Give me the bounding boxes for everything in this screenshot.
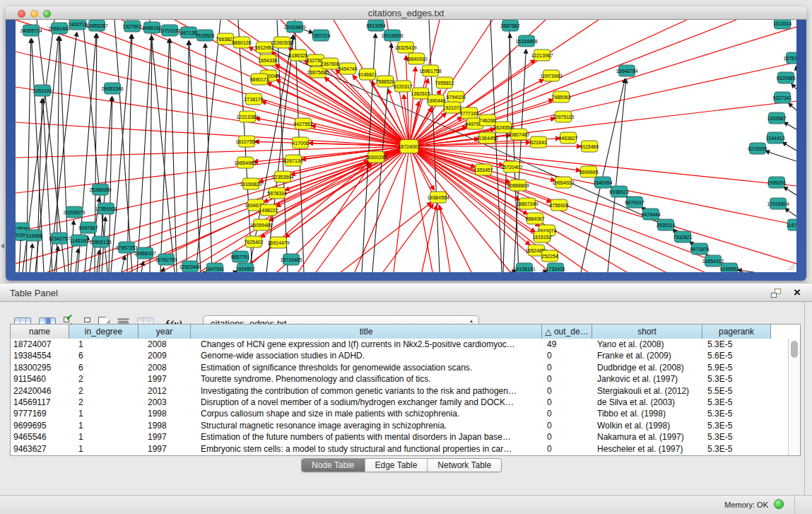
graph-node-5878334[interactable]: 5878334: [267, 187, 286, 199]
graph-node-252254[interactable]: 252254: [541, 250, 558, 262]
graph-node-10688809[interactable]: 10688809: [507, 180, 529, 191]
memory-ok-icon[interactable]: [774, 499, 784, 509]
table-cell[interactable]: 0: [542, 385, 592, 397]
graph-node-9115460[interactable]: 9115460: [580, 141, 599, 152]
graph-node-621641[interactable]: 621641: [530, 136, 546, 148]
table-row[interactable]: 2242004622012Investigating the contribut…: [11, 385, 788, 397]
graph-node-8938923[interactable]: 8938923: [609, 186, 628, 197]
graph-node-417006[interactable]: 417006: [292, 137, 308, 148]
graph-node-1527602[interactable]: 1527602: [122, 21, 141, 32]
table-cell[interactable]: 0: [542, 431, 592, 443]
graph-node-7932621[interactable]: 7932621: [673, 231, 692, 243]
graph-node-9463627[interactable]: 9463627: [558, 132, 577, 144]
graph-node-18807249[interactable]: 18807249: [516, 198, 538, 209]
graph-node-18325419[interactable]: 18325419: [394, 42, 416, 53]
graph-node-16914479[interactable]: 16914479: [267, 237, 289, 248]
table-cell[interactable]: Genome-wide association studies in ADHD.: [191, 350, 542, 361]
graph-node-2687682[interactable]: 2687682: [500, 20, 519, 31]
graph-node-2367608[interactable]: 2367608: [320, 58, 339, 69]
graph-node-8267130[interactable]: 8267130: [283, 155, 302, 166]
graph-node-21364456[interactable]: 21364456: [476, 132, 498, 144]
graph-node-2718176[interactable]: 2718176: [244, 93, 263, 105]
table-cell[interactable]: 18300295: [11, 362, 69, 373]
table-cell[interactable]: 2: [69, 397, 139, 408]
table-cell[interactable]: 6: [69, 350, 139, 361]
table-cell[interactable]: 0: [542, 362, 592, 373]
table-cell[interactable]: 0: [542, 350, 592, 361]
graph-node-18640910[interactable]: 18640910: [405, 53, 427, 64]
graph-node-9699695[interactable]: 9699695: [579, 166, 598, 177]
table-cell[interactable]: Dudbridge et al. (2008): [592, 362, 702, 373]
graph-node-22260538[interactable]: 22260538: [271, 37, 293, 48]
table-cell[interactable]: Estimation of significance thresholds fo…: [191, 362, 542, 373]
graph-node-17016504[interactable]: 17016504: [767, 198, 789, 209]
close-panel-icon[interactable]: ×: [794, 285, 801, 300]
table-row[interactable]: 969969511998Structural magnetic resonanc…: [11, 420, 788, 431]
graph-node-1145193[interactable]: 1145193: [70, 235, 89, 246]
table-row[interactable]: 1872400712008Changes of HCN gene express…: [11, 339, 788, 350]
graph-node-12975115[interactable]: 12975115: [553, 111, 575, 122]
table-cell[interactable]: 6: [69, 362, 139, 373]
table-row[interactable]: 946362711997Embryonic stem cells: a mode…: [11, 443, 788, 455]
graph-node-12923448[interactable]: 12923448: [179, 261, 201, 272]
table-cell[interactable]: 22420046: [11, 385, 69, 397]
table-cell[interactable]: 2: [69, 373, 139, 385]
column-header-short[interactable]: short: [592, 325, 702, 339]
table-cell[interactable]: Structural magnetic resonance image aver…: [191, 420, 542, 431]
graph-node-7625402[interactable]: 7625402: [244, 236, 263, 247]
table-cell[interactable]: Franke et al. (2009): [592, 350, 702, 361]
graph-node-1498222[interactable]: 1498222: [259, 204, 278, 216]
table-cell[interactable]: 19384554: [11, 350, 69, 361]
column-header-out_de[interactable]: △ out_de…: [542, 325, 592, 339]
table-cell[interactable]: 2008: [139, 339, 191, 350]
graph-node-18724007[interactable]: 18724007: [398, 140, 420, 153]
graph-node-13505135[interactable]: 13505135: [89, 236, 111, 247]
graph-node-16033809[interactable]: 16033809: [283, 21, 305, 33]
graph-node-10654112[interactable]: 10654112: [702, 255, 724, 267]
graph-node-8471876[interactable]: 8471876: [690, 243, 709, 255]
graph-node-16099489[interactable]: 16099489: [250, 219, 272, 230]
graph-node-18300295[interactable]: 18300295: [365, 151, 387, 163]
float-panel-icon[interactable]: [771, 288, 781, 298]
window-titlebar[interactable]: citations_edges.txt: [6, 6, 806, 20]
table-row[interactable]: 1830029562008Estimation of significance …: [11, 362, 788, 373]
table-cell[interactable]: Investigating the contribution of common…: [191, 385, 542, 397]
table-cell[interactable]: Estimation of the future numbers of pati…: [191, 431, 542, 443]
graph-node-1615152[interactable]: 1615152: [532, 231, 551, 243]
graph-node-25266950[interactable]: 25266950: [89, 184, 111, 195]
graph-node-9146821[interactable]: 9146821: [358, 69, 377, 80]
table-cell[interactable]: Tibbo et al. (1998): [592, 408, 702, 419]
graph-node-7485063[interactable]: 7485063: [551, 91, 570, 103]
table-cell[interactable]: 0: [542, 443, 592, 455]
graph-node-39159[interactable]: 39159: [16, 229, 27, 240]
column-header-year[interactable]: year: [139, 325, 191, 339]
graph-node-15751074[interactable]: 15751074: [783, 52, 796, 64]
table-row[interactable]: 911546021997Tourette syndrome. Phenomeno…: [11, 373, 788, 385]
graph-node-1847541[interactable]: 1847541: [205, 263, 224, 272]
graph-node-2403718[interactable]: 2403718: [68, 20, 87, 30]
column-header-title[interactable]: title: [191, 325, 542, 339]
graph-node-16782759[interactable]: 16782759: [155, 254, 177, 265]
graph-node-20206576[interactable]: 20206576: [63, 206, 85, 218]
table-cell[interactable]: de Silva et al. (2003): [592, 397, 702, 408]
table-cell[interactable]: Disruption of a novel member of a sodium…: [191, 397, 542, 408]
graph-node-12342757[interactable]: 12342757: [48, 233, 70, 244]
graph-node-1640954[interactable]: 1640954: [593, 177, 612, 188]
table-cell[interactable]: 0: [542, 420, 592, 431]
graph-node-9329965[interactable]: 9329965: [776, 72, 795, 83]
graph-node-10655287[interactable]: 10655287: [86, 20, 107, 31]
table-cell[interactable]: 5.3E-5: [702, 408, 771, 419]
table-cell[interactable]: 5.3E-5: [702, 443, 771, 455]
graph-node-6794028[interactable]: 6794028: [446, 91, 465, 103]
table-cell[interactable]: Tourette syndrome. Phenomenology and cla…: [191, 373, 542, 385]
table-cell[interactable]: 2012: [139, 385, 191, 397]
graph-node-8215935[interactable]: 8215935: [748, 143, 767, 154]
table-cell[interactable]: 5.3E-5: [702, 373, 771, 385]
graph-node-9097587[interactable]: 9097587: [78, 222, 98, 233]
table-cell[interactable]: Changes of HCN gene expression and I(f) …: [191, 339, 542, 350]
table-cell[interactable]: Nakamura et al. (1997): [592, 431, 702, 443]
graph-node-9245652[interactable]: 9245652: [719, 263, 739, 272]
graph-node-1244413[interactable]: 1244413: [765, 132, 784, 144]
graph-node-7515526[interactable]: 7515526: [195, 30, 214, 41]
graph-node-1733426[interactable]: 1733426: [546, 263, 565, 272]
